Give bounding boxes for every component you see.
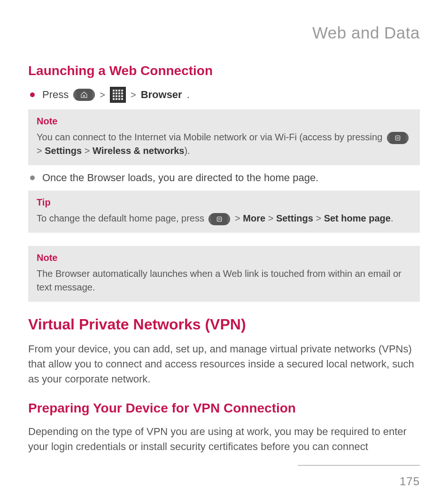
separator: > [85, 145, 90, 156]
tip-label: Tip [37, 197, 411, 208]
bullet-text-press: Press [42, 89, 69, 101]
separator: > [268, 213, 274, 223]
settings-label: Settings [45, 145, 82, 156]
page-footer: 175 [298, 465, 420, 488]
set-home-label: Set home page [324, 213, 391, 223]
separator: > [235, 213, 240, 223]
tip-text-before: To change the default home page, press [37, 213, 207, 223]
note-box-2: Note The Browser automatically launches … [28, 246, 420, 302]
apps-key-icon [110, 87, 126, 103]
preparing-body: Depending on the type of VPN you are usi… [28, 424, 420, 454]
tip-box: Tip To change the default home page, pre… [28, 191, 420, 233]
bullet-icon [30, 176, 35, 180]
bullet-text: Once the Browser loads, you are directed… [42, 172, 318, 184]
settings-label: Settings [276, 213, 313, 223]
section-heading-vpn: Virtual Private Networks (VPN) [28, 316, 420, 333]
section-heading-preparing: Preparing Your Device for VPN Connection [28, 401, 420, 416]
browser-label: Browser [141, 89, 182, 101]
bullet-icon [30, 92, 35, 97]
section-heading-launching: Launching a Web Connection [28, 63, 420, 78]
period: . [391, 213, 394, 223]
vpn-body: From your device, you can add, set up, a… [28, 342, 420, 387]
separator: > [131, 90, 136, 100]
footer-rule [298, 465, 420, 466]
tip-body: To change the default home page, press >… [37, 212, 411, 225]
note-label: Note [37, 252, 411, 263]
wireless-label: Wireless & networks [93, 145, 184, 156]
more-label: More [243, 213, 265, 223]
period: . [187, 89, 190, 101]
note-body: The Browser automatically launches when … [37, 267, 411, 294]
bullet-browser-loads: Once the Browser loads, you are directed… [30, 172, 420, 184]
svg-rect-3 [217, 217, 222, 221]
bullet-press-browser: Press > > Browser. [30, 87, 420, 103]
separator: > [100, 90, 105, 100]
separator: > [37, 145, 42, 156]
separator: > [316, 213, 321, 223]
close-paren: ). [184, 145, 190, 156]
note-body: You can connect to the Internet via Mobi… [37, 130, 411, 158]
svg-rect-0 [395, 136, 400, 140]
page-number: 175 [298, 475, 420, 488]
chapter-title: Web and Data [28, 23, 420, 42]
menu-key-icon [387, 132, 409, 144]
note-label: Note [37, 116, 411, 127]
home-key-icon [73, 89, 95, 101]
note-text-before: You can connect to the Internet via Mobi… [37, 132, 385, 142]
note-box-1: Note You can connect to the Internet via… [28, 109, 420, 165]
menu-key-icon [209, 213, 230, 225]
